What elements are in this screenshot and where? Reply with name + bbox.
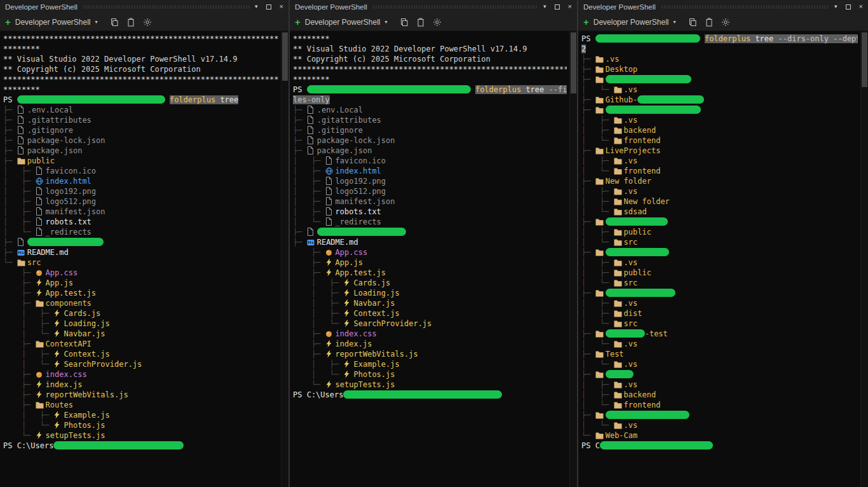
tree-row: ├─ .gitignore (3, 125, 278, 135)
tree-row: ├─ package.json (3, 146, 278, 156)
folder-icon (614, 269, 624, 278)
paste-icon[interactable] (126, 18, 135, 27)
terminal-pane: Developer PowerShell ▾ × + Developer Pow… (0, 0, 290, 487)
text-segment: App.test.js (46, 289, 96, 298)
scrollbar-thumb[interactable] (862, 32, 867, 87)
tree-row: │ └─ _redirects (293, 217, 567, 227)
tree-row: ├─ Desktop (581, 64, 858, 74)
new-terminal-plus-icon[interactable]: + (295, 17, 301, 27)
terminal-output[interactable]: ****************************************… (0, 31, 288, 487)
maximize-icon[interactable] (266, 4, 271, 10)
terminal-output[interactable]: ********** Visual Studio 2022 Developer … (290, 31, 577, 487)
folder-icon (595, 289, 606, 298)
tree-row: └─ setupTests.js (3, 430, 278, 441)
text-segment: ******** (3, 45, 40, 53)
scrollbar[interactable] (281, 31, 288, 487)
text-segment: robots.txt (336, 207, 381, 216)
text-segment: ├─ (293, 126, 307, 135)
css-icon (325, 249, 336, 257)
text-segment: │ ├─ (581, 228, 614, 237)
pane-titlebar[interactable]: Developer PowerShell ▾ × (578, 0, 868, 13)
settings-gear-icon[interactable] (143, 18, 152, 27)
close-icon[interactable]: × (280, 3, 283, 10)
file-icon (325, 217, 336, 227)
folder-icon (614, 310, 624, 319)
js-icon (53, 319, 64, 329)
text-segment: ├─ (3, 299, 36, 308)
new-terminal-plus-icon[interactable]: + (5, 17, 11, 27)
profile-dropdown-chevron-icon[interactable]: ▾ (674, 19, 676, 25)
scrollbar[interactable] (860, 31, 868, 487)
text-segment: │ └─ (581, 319, 614, 328)
close-icon[interactable]: × (859, 3, 863, 10)
redaction-pill (606, 289, 675, 297)
prompt-line: PS folderplus tree --dirs-only --depth (581, 34, 858, 44)
titlebar-drag-dots (661, 5, 829, 9)
terminal-output[interactable]: PS folderplus tree --dirs-only --depth2├… (578, 31, 868, 487)
pane-titlebar[interactable]: Developer PowerShell ▾ × (0, 0, 288, 13)
tree-row: │ ├─ .vs (581, 257, 858, 268)
close-icon[interactable]: × (568, 3, 572, 10)
folder-icon (595, 96, 606, 105)
text-segment: SearchProvider.js (64, 360, 142, 369)
tree-row: │ └─ .vs (581, 339, 858, 349)
tree-row: ├─ LiveProjects (581, 146, 858, 156)
scrollbar[interactable] (569, 31, 577, 487)
folder-icon (17, 157, 27, 166)
maximize-icon[interactable] (846, 4, 851, 10)
text-segment: │ └─ (581, 136, 614, 145)
text-segment: package.json (317, 146, 372, 155)
scrollbar-thumb[interactable] (571, 32, 576, 93)
terminal-profile-label[interactable]: Developer PowerShell (15, 18, 91, 27)
text-segment: ├─ (293, 228, 307, 237)
text-segment: ├─ (3, 126, 17, 135)
text-segment: │ └─ (293, 319, 343, 328)
terminal-profile-label[interactable]: Developer PowerShell (305, 18, 381, 27)
tree-row: ├─ ContextAPI (3, 339, 278, 349)
md-icon (307, 238, 317, 247)
text-segment: logo512.png (46, 197, 96, 206)
profile-dropdown-chevron-icon[interactable]: ▾ (385, 19, 388, 25)
profile-dropdown-chevron-icon[interactable]: ▾ (95, 19, 98, 25)
window-menu-chevron-icon[interactable]: ▾ (543, 4, 546, 10)
pane-titlebar[interactable]: Developer PowerShell ▾ × (290, 0, 577, 13)
tree-row: ├─ package.json (293, 146, 567, 156)
output-line: ******** (3, 44, 278, 54)
settings-gear-icon[interactable] (721, 18, 730, 27)
text-segment: backend (624, 126, 656, 135)
output-line: ** Visual Studio 2022 Developer PowerShe… (293, 44, 567, 54)
text-segment: PS (293, 85, 307, 94)
paste-icon[interactable] (705, 18, 714, 27)
terminal-profile-label[interactable]: Developer PowerShell (593, 18, 669, 27)
tree-row: │ ├─ favicon.ico (3, 166, 278, 176)
text-segment: │ └─ (581, 167, 614, 175)
new-terminal-plus-icon[interactable]: + (583, 17, 589, 27)
maximize-icon[interactable] (555, 4, 560, 10)
folder-icon (614, 279, 624, 288)
text-segment: ├─ (3, 268, 36, 277)
text-segment: Photos.js (353, 370, 395, 379)
text-segment: App.js (46, 278, 73, 287)
file-icon (307, 126, 317, 135)
text-segment: Cards.js (353, 278, 390, 287)
text-segment: Context.js (353, 309, 399, 318)
scrollbar-thumb[interactable] (282, 32, 288, 81)
terminal-pane: Developer PowerShell ▾ × + Developer Pow… (578, 0, 868, 487)
folder-icon (595, 411, 606, 420)
paste-icon[interactable] (416, 18, 425, 27)
copy-icon[interactable] (400, 18, 409, 27)
text-segment: manifest.json (46, 207, 105, 216)
file-icon (17, 146, 27, 156)
text-segment: │ ├─ (581, 380, 614, 389)
copy-icon[interactable] (110, 18, 119, 27)
settings-gear-icon[interactable] (433, 18, 442, 27)
tree-row: ├─ index.js (3, 380, 278, 390)
folder-icon (614, 167, 624, 176)
tree-row: │ ├─ dist (581, 308, 858, 319)
text-segment (165, 95, 170, 104)
folder-icon (595, 55, 606, 64)
copy-icon[interactable] (688, 18, 697, 27)
window-menu-chevron-icon[interactable]: ▾ (834, 4, 837, 10)
window-menu-chevron-icon[interactable]: ▾ (255, 4, 258, 10)
text-segment: ├─ (3, 146, 17, 155)
